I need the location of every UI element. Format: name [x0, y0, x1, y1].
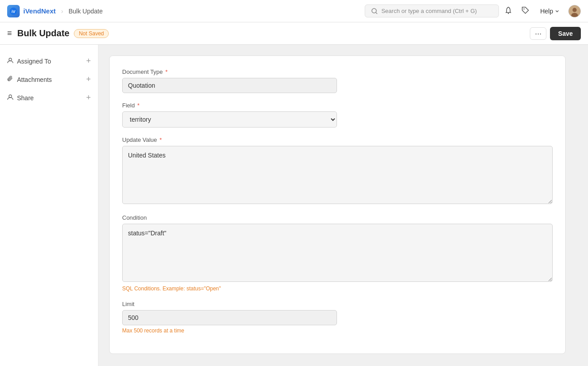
- limit-label: Limit: [122, 301, 553, 307]
- form-card: Document Type * Field * territory Update…: [109, 55, 566, 354]
- sidebar-item-label: Share: [17, 94, 34, 102]
- notifications-button[interactable]: [503, 4, 514, 18]
- condition-textarea[interactable]: status="Draft": [122, 224, 553, 282]
- avatar[interactable]: [568, 5, 581, 17]
- sidebar-item-assigned-to[interactable]: Assigned To +: [0, 52, 98, 70]
- assigned-to-icon: [7, 57, 13, 65]
- sidebar-item-share[interactable]: Share +: [0, 89, 98, 107]
- app-name: iVendNext: [23, 7, 56, 15]
- sidebar-item-attachments[interactable]: Attachments +: [0, 70, 98, 89]
- limit-hint: Max 500 records at a time: [122, 328, 553, 334]
- update-value-label: Update Value *: [122, 136, 553, 143]
- add-assigned-to-icon[interactable]: +: [86, 56, 91, 66]
- update-value-group: Update Value * United States: [122, 136, 553, 205]
- svg-point-2: [372, 9, 376, 13]
- more-options-button[interactable]: ···: [530, 27, 546, 40]
- help-label: Help: [540, 8, 553, 15]
- help-button[interactable]: Help: [537, 6, 563, 17]
- condition-group: Condition status="Draft" SQL Conditions.…: [122, 214, 553, 292]
- document-type-input[interactable]: [122, 78, 337, 93]
- svg-point-7: [572, 8, 576, 12]
- logo[interactable]: iV iVendNext: [7, 5, 56, 17]
- condition-label: Condition: [122, 214, 553, 221]
- sidebar-item-label: Assigned To: [17, 58, 51, 65]
- field-label: Field *: [122, 102, 553, 109]
- attachments-icon: [7, 76, 13, 83]
- page-header: ≡ Bulk Update Not Saved ··· Save: [0, 22, 588, 45]
- search-bar[interactable]: Search or type a command (Ctrl + G): [365, 4, 499, 17]
- limit-input[interactable]: [122, 310, 337, 325]
- limit-group: Limit Max 500 records at a time: [122, 301, 553, 334]
- page-title: Bulk Update: [17, 28, 70, 38]
- main-content: Document Type * Field * territory Update…: [98, 45, 588, 366]
- sidebar: Assigned To + Attachments +: [0, 45, 98, 366]
- share-icon: [7, 94, 13, 102]
- svg-point-10: [9, 95, 12, 98]
- nav-separator: ›: [61, 8, 64, 15]
- status-badge: Not Saved: [74, 29, 109, 38]
- nav-icons: Help: [503, 4, 581, 18]
- field-group: Field * territory: [122, 102, 553, 128]
- main-layout: Assigned To + Attachments +: [0, 45, 588, 366]
- required-marker: *: [136, 102, 140, 109]
- logo-icon: iV: [7, 5, 20, 17]
- add-share-icon[interactable]: +: [86, 93, 91, 102]
- chevron-down-icon: [555, 9, 559, 13]
- document-type-label: Document Type *: [122, 68, 553, 75]
- top-nav: iV iVendNext › Bulk Update Search or typ…: [0, 0, 588, 22]
- breadcrumb[interactable]: Bulk Update: [68, 8, 102, 15]
- required-marker: *: [164, 68, 168, 75]
- required-marker: *: [158, 136, 162, 143]
- condition-hint: SQL Conditions. Example: status="Open": [122, 285, 553, 292]
- save-button[interactable]: Save: [550, 27, 581, 40]
- search-icon: [371, 8, 378, 14]
- update-value-textarea[interactable]: United States: [122, 146, 553, 204]
- tags-button[interactable]: [520, 4, 531, 18]
- svg-point-9: [9, 58, 12, 61]
- field-select[interactable]: territory: [122, 111, 337, 128]
- add-attachments-icon[interactable]: +: [86, 75, 91, 84]
- menu-button[interactable]: ≡: [7, 29, 12, 38]
- svg-text:iV: iV: [12, 9, 16, 14]
- svg-point-4: [508, 13, 509, 13]
- document-type-group: Document Type *: [122, 68, 553, 93]
- search-placeholder: Search or type a command (Ctrl + G): [381, 8, 477, 14]
- sidebar-item-label: Attachments: [17, 76, 52, 83]
- svg-point-5: [524, 8, 524, 9]
- svg-line-3: [376, 13, 377, 14]
